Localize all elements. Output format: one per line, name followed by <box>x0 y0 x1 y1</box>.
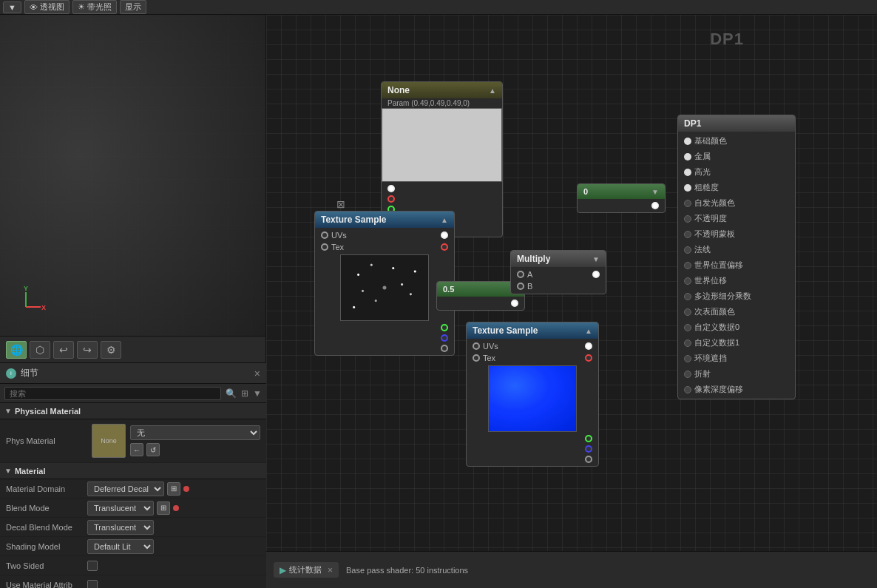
two-sided-checkbox[interactable] <box>87 561 98 571</box>
lighting-btn[interactable]: ☀ 带光照 <box>72 0 117 14</box>
grid-view-icon[interactable]: ⊞ <box>241 388 248 399</box>
two-sided-label: Two Sided <box>6 561 87 570</box>
dp1-roughness-pin: 粗糙度 <box>678 180 795 195</box>
tex1-extra-icon[interactable]: ⊠ <box>336 198 345 210</box>
dp1-specular-pin: 高光 <box>678 164 795 180</box>
details-header-icon: i <box>6 368 16 379</box>
vp-btn-1[interactable]: 🌐 <box>6 341 27 359</box>
material-domain-copy-btn[interactable]: ⊞ <box>167 482 180 496</box>
dp1-metal-pin: 金属 <box>678 149 795 164</box>
none-pin-circle-1 <box>387 185 395 192</box>
node-dp1-body: 基础颜色 金属 高光 粗糙度 自发光颜色 不透明度 <box>678 132 795 399</box>
details-close-btn[interactable]: × <box>254 368 260 379</box>
blend-mode-copy-btn[interactable]: ⊞ <box>157 501 170 515</box>
vp-btn-3[interactable]: ↩ <box>53 341 74 359</box>
tex2-tex-circle <box>473 354 480 362</box>
node-const0[interactable]: 0 ▼ <box>577 183 666 213</box>
viewport-icon: 👁 <box>30 3 38 12</box>
node-none-expand[interactable]: ▲ <box>489 87 496 95</box>
node-tex2-title: Texture Sample <box>473 325 538 336</box>
details-title: 细节 <box>21 367 38 379</box>
phys-refresh-btn[interactable]: ↺ <box>146 443 160 456</box>
phys-back-btn[interactable]: ← <box>130 443 143 456</box>
vp-btn-2[interactable]: ⬡ <box>30 341 50 359</box>
multiply-a-pin: A <box>511 268 606 280</box>
viewport-panel[interactable]: X Y 🌐 ⬡ ↩ ↪ ⚙ <box>0 15 266 362</box>
tex2-uvs-circle <box>473 342 480 350</box>
tex2-tex-out <box>585 354 592 362</box>
tex1-tex-pin: Tex <box>315 241 454 253</box>
blue-texture <box>489 366 576 431</box>
tex2-uvs-out <box>585 342 592 350</box>
material-domain-select[interactable]: Deferred Decal <box>87 481 164 496</box>
dp1-pixel-depth-circle <box>684 386 691 393</box>
dp1-refraction-pin: 折射 <box>678 366 795 382</box>
use-material-attrib-value <box>87 580 260 589</box>
dp1-custom-data0-circle <box>684 324 691 331</box>
two-sided-row: Two Sided <box>0 556 266 575</box>
node-dp1-title: DP1 <box>684 118 701 129</box>
blend-mode-select[interactable]: Translucent <box>87 501 154 516</box>
node-multiply-expand[interactable]: ▼ <box>592 255 600 263</box>
node-texture-sample-2[interactable]: Texture Sample ▲ UVs Tex <box>466 322 599 467</box>
search-input[interactable] <box>4 387 221 400</box>
dp1-opacity-mask-pin: 不透明蒙板 <box>678 226 795 242</box>
blend-mode-label: Blend Mode <box>6 504 87 513</box>
use-material-attrib-checkbox[interactable] <box>87 580 98 589</box>
node-tex1-expand[interactable]: ▲ <box>441 216 448 224</box>
dp1-base-color-circle <box>684 138 691 145</box>
display-btn[interactable]: 显示 <box>120 0 146 14</box>
node-tex2-header: Texture Sample ▲ <box>467 322 598 339</box>
decal-blend-mode-row: Decal Blend Mode Translucent <box>0 518 266 537</box>
svg-text:Y: Y <box>24 285 28 292</box>
phys-material-label: Phys Material <box>6 436 87 445</box>
star-texture <box>341 255 428 320</box>
material-domain-label: Material Domain <box>6 484 87 493</box>
dp1-tessellation-pin: 多边形细分乘数 <box>678 288 795 304</box>
tex1-uvs-out <box>441 232 448 239</box>
dp1-base-color-pin: 基础颜色 <box>678 133 795 149</box>
node-dp1[interactable]: DP1 基础颜色 金属 高光 粗糙度 自发光颜色 <box>677 115 796 399</box>
multiply-b-pin: B <box>511 280 606 292</box>
decal-blend-mode-value: Translucent <box>87 520 260 535</box>
node-tex2-expand[interactable]: ▲ <box>585 327 592 335</box>
node-texture-sample-1[interactable]: Texture Sample ▲ UVs Tex <box>314 211 455 356</box>
node-const05-title: 0.5 <box>443 285 454 294</box>
node-const0-expand[interactable]: ▼ <box>651 188 659 196</box>
status-tab-stats[interactable]: ▶ 统计数据 × <box>274 562 339 578</box>
status-text: Base pass shader: 50 instructions <box>346 566 468 575</box>
phys-material-row: Phys Material None 无 ← ↺ <box>0 419 266 463</box>
node-const05-body <box>437 297 524 310</box>
phys-material-select[interactable]: 无 <box>130 425 260 440</box>
status-close-btn[interactable]: × <box>328 565 333 575</box>
multiply-a-circle <box>517 271 524 278</box>
dp1-emissive-circle <box>684 200 691 207</box>
dp1-sub-surface-pin: 次表面颜色 <box>678 304 795 320</box>
decal-blend-mode-select[interactable]: Translucent <box>87 520 154 535</box>
tex2-out-green <box>585 435 592 442</box>
shading-model-select[interactable]: Default Lit <box>87 539 154 554</box>
vp-btn-4[interactable]: ↪ <box>77 341 98 359</box>
tex1-out-pin-white <box>315 343 454 354</box>
node-multiply[interactable]: Multiply ▼ A B <box>510 250 606 294</box>
tex2-out-pin-blue <box>467 444 598 454</box>
filter-icon[interactable]: ▼ <box>253 388 262 399</box>
physical-material-section-header[interactable]: ▼ Physical Material <box>0 403 266 419</box>
status-tab-label: 统计数据 <box>289 564 322 575</box>
dp1-normal-circle <box>684 246 691 254</box>
material-section-header[interactable]: ▼ Material <box>0 463 266 479</box>
canvas-area[interactable]: DP1 None ▲ Param (0.49,0.49,0.49,0) <box>266 15 877 551</box>
dp1-world-displacement-circle <box>684 277 691 285</box>
blend-mode-value: Translucent ⊞ <box>87 501 260 516</box>
dropdown-arrow-btn[interactable]: ▼ <box>3 1 21 13</box>
viewport-btn[interactable]: 👁 透视图 <box>24 0 70 14</box>
dp1-roughness-circle <box>684 184 691 192</box>
axes-indicator: X Y <box>15 281 52 318</box>
node-none-preview <box>382 108 502 182</box>
search-icon[interactable]: 🔍 <box>226 388 237 399</box>
node-tex1-header: Texture Sample ▲ <box>315 212 454 228</box>
vp-btn-5[interactable]: ⚙ <box>101 341 121 359</box>
use-material-attrib-row: Use Material Attrib <box>0 575 266 588</box>
two-sided-value <box>87 561 260 571</box>
node-none-param: Param (0.49,0.49,0.49,0) <box>382 98 502 108</box>
